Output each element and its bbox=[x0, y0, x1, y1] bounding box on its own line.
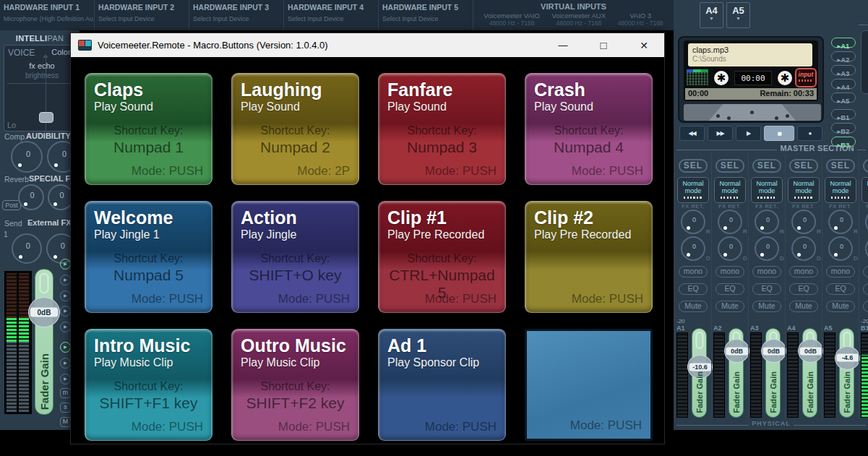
macro-button[interactable]: Mode: PUSH bbox=[525, 329, 653, 441]
strip-mute-button[interactable]: M bbox=[60, 417, 71, 427]
hardware-input-device[interactable]: Microphone (High Definition Au bbox=[4, 15, 94, 22]
mono-button[interactable]: mono bbox=[716, 266, 744, 278]
mode-button[interactable]: Normal mode bbox=[861, 177, 868, 203]
routing-a4[interactable]: ▶A4 bbox=[831, 79, 856, 89]
routing-b2[interactable]: ▶B2 bbox=[831, 123, 856, 133]
window-titlebar[interactable]: Voicemeeter.Remote - Macro.Buttons (Vers… bbox=[71, 33, 664, 57]
intellipan-xy-pad[interactable]: VOICE Color P fx echo brightness Lo bbox=[4, 45, 80, 132]
mode-button[interactable]: Normal mode bbox=[788, 177, 820, 203]
sel-button[interactable]: SEL bbox=[789, 159, 818, 173]
hardware-input-column[interactable]: HARDWARE INPUT 2Select Input Device bbox=[95, 0, 189, 30]
rewind-button[interactable]: ◀◀ bbox=[679, 126, 705, 141]
mute-button[interactable]: Mute bbox=[752, 301, 781, 312]
sel-button[interactable]: SEL bbox=[863, 159, 868, 173]
strip-routing-button[interactable]: ▶ bbox=[60, 275, 71, 285]
routing-a5[interactable]: ▶A5 bbox=[831, 93, 856, 103]
fx-direct-knob[interactable]: 0 bbox=[865, 236, 868, 261]
eq-button[interactable]: EQ bbox=[716, 283, 744, 295]
strip-routing-button[interactable]: ▶ bbox=[60, 259, 71, 270]
strip-routing-button[interactable]: ▶ bbox=[60, 306, 71, 317]
fader-knob[interactable]: 0dB bbox=[724, 339, 749, 363]
virtual-input[interactable]: Voicemeeter VAIO48000 Hz - 7168 bbox=[484, 12, 539, 27]
bus-fader[interactable]: 0dBFader Gain bbox=[802, 328, 817, 418]
fx-knob[interactable]: 0 bbox=[18, 184, 44, 210]
sel-button[interactable]: SEL bbox=[752, 159, 781, 173]
strip-routing-button[interactable]: ▶ bbox=[60, 291, 71, 301]
mode-button[interactable]: Normal mode bbox=[677, 177, 709, 203]
fx-knob[interactable]: 0 bbox=[11, 141, 43, 173]
hardware-input-device[interactable]: Select Input Device bbox=[288, 15, 378, 22]
hardware-input-column[interactable]: HARDWARE INPUT 3Select Input Device bbox=[189, 0, 284, 30]
fast-forward-button[interactable]: ▶▶ bbox=[708, 126, 733, 141]
pan-handle[interactable] bbox=[39, 112, 53, 123]
mute-button[interactable]: Mute bbox=[863, 301, 868, 312]
strip-solo-button[interactable]: s bbox=[60, 403, 71, 413]
mono-button[interactable]: mono bbox=[826, 266, 855, 278]
eq-button[interactable]: EQ bbox=[789, 283, 818, 295]
virtual-input[interactable]: Voicemeeter AUX48000 Hz - 7168 bbox=[552, 12, 606, 27]
eq-button[interactable]: EQ bbox=[826, 283, 855, 295]
fx-return-knob[interactable]: 0 bbox=[865, 210, 868, 234]
routing-a1[interactable]: ▶A1 bbox=[831, 38, 856, 48]
macro-button[interactable]: LaughingPlay SoundShortcut Key:Numpad 2M… bbox=[231, 73, 359, 185]
fx-direct-knob[interactable]: 0 bbox=[718, 236, 742, 261]
hardware-input-device[interactable]: Select Input Device bbox=[98, 15, 189, 22]
mono-button[interactable]: mono bbox=[679, 266, 708, 278]
bus-fader[interactable]: 0dBFader Gain bbox=[729, 328, 744, 418]
fx-direct-knob[interactable]: 0 bbox=[791, 236, 816, 261]
macro-button[interactable]: Clip #1Play Pre RecordedShortcut Key:CTR… bbox=[378, 201, 506, 313]
sel-button[interactable]: SEL bbox=[679, 159, 708, 173]
strip-routing-button[interactable]: ▶ bbox=[60, 374, 71, 384]
sel-button[interactable]: SEL bbox=[826, 159, 855, 173]
strip-mono-button[interactable]: m bbox=[60, 388, 71, 398]
strip-routing-button[interactable]: ▶ bbox=[60, 322, 71, 332]
hardware-input-column[interactable]: HARDWARE INPUT 4Select Input Device bbox=[284, 0, 379, 30]
macro-button[interactable]: Intro MusicPlay Music ClipShortcut Key:S… bbox=[85, 329, 212, 441]
fader-knob[interactable]: 0dB bbox=[28, 297, 60, 327]
hardware-input-column[interactable]: HARDWARE INPUT 5Select Input Device bbox=[379, 0, 473, 30]
macro-button[interactable]: WelcomePlay Jingle 1Shortcut Key:Numpad … bbox=[85, 201, 212, 313]
maximize-button[interactable]: □ bbox=[583, 33, 624, 57]
hardware-input-device[interactable]: Select Input Device bbox=[382, 15, 473, 22]
macro-button[interactable]: CrashPlay SoundShortcut Key:Numpad 4Mode… bbox=[525, 73, 653, 185]
eq-button[interactable]: EQ bbox=[863, 283, 868, 295]
fx-direct-knob[interactable]: 0 bbox=[828, 236, 853, 261]
mute-button[interactable]: Mute bbox=[679, 301, 708, 312]
routing-a2[interactable]: ▶A2 bbox=[831, 51, 856, 61]
mode-button[interactable]: Normal mode bbox=[751, 177, 783, 203]
fader-knob[interactable]: 0dB bbox=[761, 339, 786, 363]
mode-button[interactable]: Normal mode bbox=[714, 177, 746, 203]
fx-direct-knob[interactable]: 0 bbox=[681, 236, 705, 261]
close-button[interactable]: ✕ bbox=[624, 33, 664, 57]
mode-button[interactable]: Normal mode bbox=[825, 177, 856, 203]
mono-button[interactable]: mono bbox=[752, 266, 781, 278]
fx-return-knob[interactable]: 0 bbox=[681, 210, 705, 234]
mono-button[interactable]: mono bbox=[863, 266, 868, 278]
fx-return-knob[interactable]: 0 bbox=[828, 210, 853, 234]
macro-button[interactable]: Clip #2Play Pre RecordedMode: PUSH bbox=[525, 201, 653, 313]
mono-button[interactable]: mono bbox=[789, 266, 818, 278]
fx-return-knob[interactable]: 0 bbox=[791, 210, 816, 234]
sel-button[interactable]: SEL bbox=[716, 159, 744, 173]
minimize-button[interactable]: — bbox=[543, 33, 583, 57]
macro-button[interactable]: Ad 1Play Sponsor ClipMode: PUSH bbox=[378, 329, 506, 441]
input-fader[interactable]: 0dB Fader Gain bbox=[35, 269, 53, 415]
hardware-out-a4[interactable]: A4▼ bbox=[700, 2, 723, 28]
bus-fader[interactable]: 0dBFader Gain bbox=[765, 328, 781, 418]
bus-fader[interactable]: -10.6Fader Gain bbox=[692, 328, 707, 418]
eq-button[interactable]: EQ bbox=[679, 283, 708, 295]
mute-button[interactable]: Mute bbox=[826, 301, 855, 312]
strip-routing-button[interactable]: ▶ bbox=[60, 358, 71, 369]
fx-return-knob[interactable]: 0 bbox=[755, 210, 779, 234]
virtual-input[interactable]: VAIO 348000 Hz - 7168 bbox=[618, 12, 663, 27]
macro-button[interactable]: ClapsPlay SoundShortcut Key:Numpad 1Mode… bbox=[85, 73, 212, 185]
fx-direct-knob[interactable]: 0 bbox=[755, 236, 779, 261]
play-button[interactable]: ▶ bbox=[736, 126, 761, 141]
hardware-input-column[interactable]: HARDWARE INPUT 1Microphone (High Definit… bbox=[0, 0, 95, 30]
hardware-out-a5[interactable]: A5▼ bbox=[726, 2, 750, 28]
stop-button[interactable]: ■ bbox=[764, 126, 794, 141]
fx-knob[interactable]: 0 bbox=[12, 233, 42, 264]
fader-knob[interactable]: -4.6 bbox=[835, 346, 860, 370]
bus-fader[interactable]: -4.6Fader Gain bbox=[839, 328, 854, 418]
mute-button[interactable]: Mute bbox=[716, 301, 744, 312]
